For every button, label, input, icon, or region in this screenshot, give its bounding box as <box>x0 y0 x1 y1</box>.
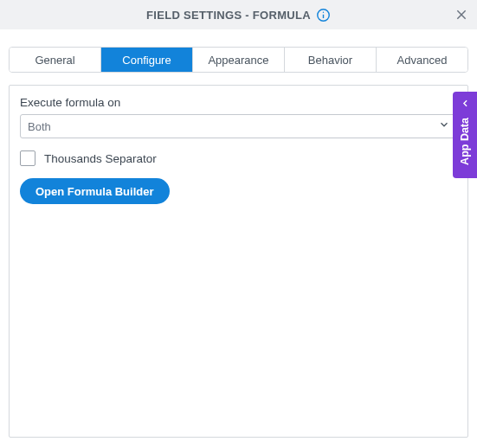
tab-general[interactable]: General <box>10 48 101 72</box>
tabs-container: General Configure Appearance Behavior Ad… <box>0 29 477 73</box>
execute-formula-label: Execute formula on <box>20 96 457 109</box>
open-formula-builder-button[interactable]: Open Formula Builder <box>20 178 170 204</box>
configure-panel: Execute formula on Both Thousands Separa… <box>9 85 468 438</box>
tab-label: General <box>35 54 74 67</box>
dialog-title: FIELD SETTINGS - FORMULA <box>146 9 311 22</box>
tabs: General Configure Appearance Behavior Ad… <box>9 47 468 73</box>
tab-label: Behavior <box>308 54 352 67</box>
button-label: Open Formula Builder <box>35 185 154 198</box>
tab-advanced[interactable]: Advanced <box>377 48 467 72</box>
side-tab-label: App Data <box>459 118 471 165</box>
thousands-separator-checkbox[interactable] <box>20 150 35 166</box>
thousands-separator-label: Thousands Separator <box>44 152 157 165</box>
tab-behavior[interactable]: Behavior <box>285 48 377 72</box>
dialog-header: FIELD SETTINGS - FORMULA <box>0 0 477 29</box>
select-value: Both <box>28 120 51 133</box>
svg-point-2 <box>323 11 324 12</box>
execute-formula-select[interactable]: Both <box>20 114 457 138</box>
info-icon[interactable] <box>316 8 331 22</box>
tab-configure[interactable]: Configure <box>101 48 193 72</box>
tab-label: Appearance <box>208 54 268 67</box>
close-icon[interactable] <box>454 8 468 22</box>
thousands-separator-row: Thousands Separator <box>20 150 457 166</box>
tab-label: Configure <box>122 54 171 67</box>
chevron-left-icon <box>460 97 471 112</box>
select-value-display: Both <box>20 114 457 138</box>
tab-label: Advanced <box>397 54 448 67</box>
app-data-side-tab[interactable]: App Data <box>453 92 477 178</box>
tab-appearance[interactable]: Appearance <box>193 48 285 72</box>
